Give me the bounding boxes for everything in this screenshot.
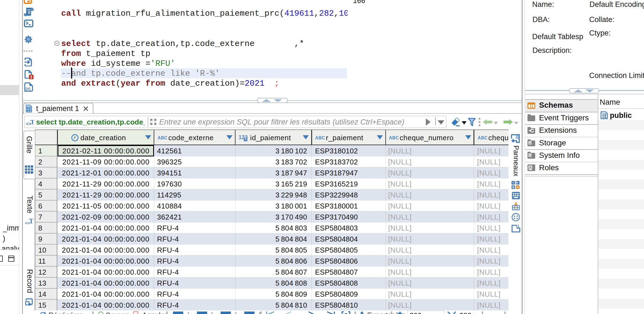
svg-text:{x}: {x} <box>26 86 30 91</box>
svg-text:1: 1 <box>517 224 519 228</box>
svg-text:T: T <box>29 218 33 225</box>
svg-text:T: T <box>30 119 34 126</box>
